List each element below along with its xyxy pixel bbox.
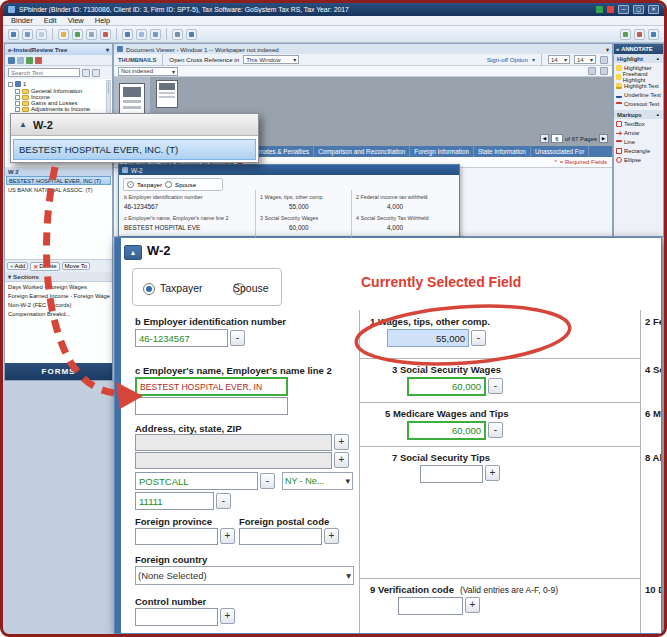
foreign-country-dropdown[interactable]: (None Selected) ▾ (135, 566, 354, 585)
sections-header[interactable]: ▾ Sections (5, 272, 112, 282)
medicare-input[interactable]: 60,000 (407, 421, 486, 440)
collapse-panel-icon[interactable]: « (616, 46, 619, 52)
toolbar-icon[interactable] (72, 29, 83, 40)
toolbar-icon[interactable] (620, 29, 631, 40)
doc-toolbar-icon[interactable] (600, 67, 608, 75)
mini-wages-value[interactable]: 55,000 (289, 203, 309, 210)
tab-unassociated-forms[interactable]: Unassociated For (531, 146, 589, 157)
toolbar-icon[interactable] (122, 29, 133, 40)
tab-comparison-reconciliation[interactable]: Comparison and Reconciliation (314, 146, 410, 157)
ss-wages-minus-button[interactable]: - (488, 378, 503, 394)
chevron-down-icon[interactable]: ▾ (532, 56, 535, 63)
mini-federal-value[interactable]: 4,000 (387, 203, 403, 210)
tool-underline-text[interactable]: Underline Text (614, 90, 663, 99)
toolbar-icon[interactable] (136, 29, 147, 40)
section-item[interactable]: Days Worked - Foreign Wages (8, 284, 110, 290)
mini-employer-name-value[interactable]: BESTEST HOSPITAL EVE (124, 224, 200, 231)
tool-crossout-text[interactable]: Crossout Text (614, 99, 663, 108)
toolbar-icon[interactable] (648, 29, 659, 40)
menu-view[interactable]: View (68, 16, 84, 25)
taxpayer-radio[interactable] (127, 181, 134, 188)
ss-tips-plus-button[interactable]: + (485, 465, 500, 481)
control-number-plus-button[interactable]: + (220, 608, 235, 624)
section-item[interactable]: Non-W-2 (FEC Records) (8, 302, 110, 308)
checkbox-icon[interactable] (15, 107, 20, 112)
address-line1-input[interactable] (135, 434, 332, 451)
checkbox-icon[interactable] (8, 82, 13, 87)
employer-name-input[interactable]: BESTEST HOSPITAL EVER, IN (135, 377, 288, 396)
mini-ss-wages-value[interactable]: 60,000 (289, 224, 309, 231)
previous-page-button[interactable]: ◀ (540, 134, 549, 143)
medicare-minus-button[interactable]: - (488, 422, 503, 438)
cross-reference-target-dropdown[interactable]: This Window▾ (243, 55, 299, 64)
thumbnails-tab[interactable]: THUMBNAILS (118, 57, 156, 63)
move-to-button[interactable]: Move To (62, 262, 91, 270)
tool-highlight-text[interactable]: Highlight Text (614, 81, 663, 90)
employer-name-line2-input[interactable] (135, 397, 288, 415)
city-input[interactable]: POSTCALL (135, 472, 258, 490)
maximize-icon[interactable]: ▢ (633, 5, 644, 14)
ss-tips-input[interactable] (420, 465, 483, 483)
tool-textbox[interactable]: TextBox (614, 119, 663, 128)
doc-toolbar-icon[interactable] (588, 67, 596, 75)
document-page[interactable] (156, 80, 178, 108)
tree-toolbar-icon[interactable] (17, 57, 24, 64)
tree-toolbar-icon[interactable] (8, 57, 15, 64)
font-size-dropdown[interactable]: 14▾ (574, 55, 596, 64)
highlight-section-header[interactable]: Highlight ▲ (614, 54, 663, 63)
tool-rectangle[interactable]: Rectangle (614, 146, 663, 155)
tree-scrollbar[interactable] (106, 80, 111, 116)
search-icon[interactable] (82, 69, 90, 77)
foreign-postal-input[interactable] (239, 528, 322, 545)
ein-input[interactable]: 46-1234567 (135, 329, 228, 347)
section-item[interactable]: Compensation Breakd... (8, 311, 110, 317)
index-status-dropdown[interactable]: Not indexed▾ (118, 67, 178, 76)
toolbar-icon[interactable] (172, 29, 183, 40)
tool-line[interactable]: Line (614, 137, 663, 146)
sign-off-option-link[interactable]: Sign-off Option (487, 56, 528, 63)
titlebar-green-icon[interactable] (596, 6, 603, 13)
chevron-down-icon[interactable]: ▾ (106, 46, 109, 53)
city-minus-button[interactable]: - (260, 473, 275, 489)
toolbar-icon[interactable] (8, 29, 19, 40)
spouse-radio[interactable] (165, 181, 172, 188)
chevron-down-icon[interactable]: ▾ (606, 46, 609, 53)
toolbar-icon[interactable] (100, 29, 111, 40)
binoculars-icon[interactable] (92, 69, 100, 77)
collapse-up-button[interactable]: ▲ (124, 245, 142, 260)
toolbar-icon[interactable] (86, 29, 97, 40)
toolbar-icon[interactable] (186, 29, 197, 40)
taxpayer-radio[interactable] (143, 283, 155, 295)
page-thumbnail[interactable] (119, 83, 145, 116)
foreign-province-input[interactable] (135, 528, 218, 545)
tool-freehand-highlight[interactable]: Freehand Highlight (614, 72, 663, 81)
wages-input-selected[interactable]: 55,000 (387, 329, 469, 347)
font-size-dropdown[interactable]: 14▾ (548, 55, 570, 64)
zip-minus-button[interactable]: - (216, 493, 231, 509)
checkbox-icon[interactable] (15, 101, 20, 106)
menu-binder[interactable]: Binder (11, 16, 33, 25)
checkbox-icon[interactable] (15, 95, 20, 100)
zip-input[interactable]: 11111 (135, 492, 214, 510)
current-page-input[interactable]: 6 (551, 134, 563, 143)
verification-code-input[interactable] (398, 597, 463, 615)
ss-wages-input[interactable]: 60,000 (407, 377, 486, 396)
foreign-postal-plus-button[interactable]: + (324, 528, 339, 544)
toolbar-icon[interactable] (634, 29, 645, 40)
state-dropdown[interactable]: NY - Ne... ▾ (282, 472, 353, 490)
markups-section-header[interactable]: Markups ▲ (614, 110, 663, 119)
search-input[interactable] (8, 68, 80, 77)
popup-selected-item[interactable]: BESTEST HOSPITAL EVER, INC. (T) (13, 139, 256, 160)
add-button[interactable]: +Add (7, 262, 28, 270)
checkbox-icon[interactable] (15, 89, 20, 94)
close-icon[interactable]: ✕ (648, 5, 659, 14)
address-plus-button[interactable]: + (334, 452, 349, 468)
menu-help[interactable]: Help (95, 16, 110, 25)
w2-list-item-selected[interactable]: BESTEST HOSPITAL EVER, INC (T) (6, 176, 111, 185)
tree-toolbar-icon[interactable] (26, 57, 33, 64)
verification-code-plus-button[interactable]: + (465, 597, 480, 613)
toolbar-icon[interactable] (58, 29, 69, 40)
doc-toolbar-icon[interactable] (600, 56, 608, 64)
address-line2-input[interactable] (135, 452, 332, 469)
tool-ellipse[interactable]: Ellipse (614, 155, 663, 164)
